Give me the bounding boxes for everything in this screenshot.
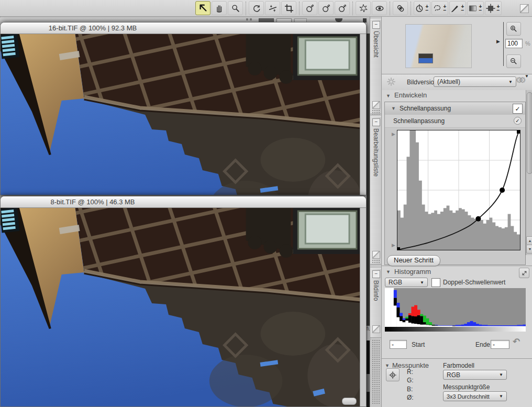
start-input[interactable] xyxy=(390,340,407,349)
start-label: Start xyxy=(412,341,425,348)
drag-handle-long[interactable] xyxy=(372,339,380,405)
navigator-viewport-rect[interactable] xyxy=(418,53,433,63)
panel-corner-icon[interactable] xyxy=(372,101,380,109)
window-scrollstrip-16bit[interactable] xyxy=(360,34,366,195)
plus-minus-adjust[interactable]: +− xyxy=(478,5,483,12)
tool-locked-check-icon[interactable]: ✓ xyxy=(514,117,522,125)
brush-tool[interactable]: +− xyxy=(449,1,466,15)
tone-curve-plot[interactable] xyxy=(397,130,520,250)
drag-handle[interactable] xyxy=(372,259,380,265)
tool-header-row[interactable]: ▼ Schnellanpassung ✓ xyxy=(385,102,525,115)
messpunkte-collapse-icon[interactable]: ▼ xyxy=(385,363,390,368)
tool-collapse-icon[interactable]: ▼ xyxy=(391,106,396,111)
select-tool[interactable] xyxy=(195,1,210,15)
zones-tool[interactable]: +− xyxy=(414,1,430,15)
plus-minus-adjust[interactable]: +− xyxy=(442,5,447,12)
sample-point-button[interactable] xyxy=(386,368,400,381)
straighten-icon xyxy=(268,4,278,13)
crop-icon xyxy=(284,4,294,13)
undo-icon[interactable]: ↶ xyxy=(513,336,520,347)
toolbar-separator xyxy=(390,2,390,15)
gear-menu-triangle-icon[interactable]: ▼ xyxy=(525,74,529,79)
redeye-tool[interactable] xyxy=(372,1,387,15)
zoom-out-button[interactable] xyxy=(506,54,521,68)
plus-minus-adjust[interactable]: +− xyxy=(496,5,501,12)
magnifier-icon xyxy=(231,4,240,13)
spot-icon xyxy=(322,4,331,13)
section-title-histogramm[interactable]: Histogramm xyxy=(394,268,431,276)
toolbar-separator xyxy=(352,2,353,15)
zoom-percent-input[interactable] xyxy=(505,39,523,48)
sidebar-tab-uebersicht[interactable]: − Übersicht xyxy=(370,19,382,114)
tool-title: Schnellanpassung xyxy=(400,105,451,112)
spot-tool-2[interactable] xyxy=(318,1,334,15)
collapse-minus-icon[interactable]: − xyxy=(372,270,380,278)
panel-corner-icon[interactable] xyxy=(372,325,380,333)
scrollbar-thumb[interactable] xyxy=(527,92,532,174)
measure-row-b: B: xyxy=(407,386,413,393)
window-titlebar-8bit[interactable]: 8-bit.TIF @ 100% | 46.3 MB xyxy=(1,196,366,208)
spot-tool-3[interactable] xyxy=(335,1,350,15)
scroll-up-button[interactable]: ▲ xyxy=(526,236,532,245)
sidebar-tab-bildinfo[interactable]: − Bildinfo xyxy=(370,268,382,338)
spot-tool-1[interactable] xyxy=(302,1,317,15)
region-tool[interactable]: +− xyxy=(431,1,448,15)
panel-scrollbar[interactable]: ▲ ▼ xyxy=(526,90,532,255)
sidebar-tab-bearbeitungsliste[interactable]: − Bearbeitungsliste xyxy=(370,116,382,265)
scroll-down-button[interactable]: ▼ xyxy=(526,245,532,254)
right-panel: ▶ % Bildversion (Aktuell) ▼ ⚙⚙ ▼ ▼ Entwi… xyxy=(381,17,532,407)
section-title-entwickeln[interactable]: Entwickeln xyxy=(394,91,427,99)
measure-row-g: G: xyxy=(407,377,414,384)
drag-handle[interactable] xyxy=(372,109,380,115)
ende-input[interactable] xyxy=(491,340,509,349)
chevron-down-icon: ▼ xyxy=(499,372,503,377)
image-window-8bit: 8-bit.TIF @ 100% | 46.3 MB xyxy=(0,196,367,407)
bildversion-value: (Aktuell) xyxy=(437,78,460,85)
pattern-tool[interactable]: +− xyxy=(485,1,502,15)
heal-tool[interactable] xyxy=(393,1,408,15)
section-collapse-icon[interactable]: ▼ xyxy=(386,93,391,98)
panel-toggle-corner-icon[interactable] xyxy=(520,4,529,13)
tool-enabled-checkbox[interactable]: ✓ xyxy=(513,104,523,114)
panel-tabstrip: − Übersicht − Bearbeitungsliste − Bildin… xyxy=(370,17,381,407)
pan-tool[interactable] xyxy=(212,1,227,15)
farbmodell-value: RGB xyxy=(447,371,460,379)
bildversion-dropdown[interactable]: (Aktuell) ▼ xyxy=(434,76,516,87)
neuer-schritt-button[interactable]: Neuer Schritt xyxy=(387,255,440,266)
rotate-tool[interactable] xyxy=(249,1,264,15)
magnifier-plus-icon xyxy=(509,25,518,33)
plus-minus-adjust[interactable]: +− xyxy=(425,5,429,12)
chevron-icon xyxy=(335,18,342,22)
plus-minus-adjust[interactable]: +− xyxy=(460,5,465,12)
zone-marker-bottom-icon[interactable]: ▶ xyxy=(392,243,395,248)
straighten-tool[interactable] xyxy=(265,1,280,15)
tool-sub-row[interactable]: Schnellanpassung ✓ xyxy=(385,115,525,128)
gear-icon[interactable]: ⚙⚙ xyxy=(516,75,523,85)
navigator-thumbnail[interactable] xyxy=(405,24,472,68)
messpunktgroesse-dropdown[interactable]: 3x3 Durchschnitt ▼ xyxy=(443,391,507,401)
collapse-minus-icon[interactable]: − xyxy=(372,118,380,126)
panel-corner-icon[interactable] xyxy=(372,251,380,259)
window-scrollstrip-8bit[interactable] xyxy=(360,208,366,406)
doppel-schwellenwert-checkbox[interactable] xyxy=(431,278,440,287)
ende-label: Ende xyxy=(475,341,490,348)
histogram-collapse-icon[interactable]: ▼ xyxy=(386,269,391,274)
zone-marker-top-icon[interactable]: ▶ xyxy=(392,131,395,137)
image-canvas-8bit[interactable] xyxy=(1,208,361,406)
horizontal-scroll-thumb[interactable] xyxy=(342,398,357,405)
histogram-resize-button[interactable] xyxy=(519,268,529,278)
gradient-tool[interactable]: +− xyxy=(467,1,484,15)
histogram-channel-dropdown[interactable]: RGB ▼ xyxy=(385,278,428,287)
image-canvas-16bit[interactable] xyxy=(1,34,361,195)
zoom-in-button[interactable] xyxy=(506,22,521,36)
zoom-tool[interactable] xyxy=(228,1,243,15)
star-tool[interactable] xyxy=(356,1,371,15)
arrow-cursor-icon xyxy=(198,4,208,13)
measure-row-avg: Ø: xyxy=(407,394,414,401)
window-body-8bit xyxy=(1,208,366,406)
window-titlebar-16bit[interactable]: 16-bit.TIF @ 100% | 92.3 MB xyxy=(1,23,366,34)
collapse-minus-icon[interactable]: − xyxy=(372,21,380,29)
crop-tool[interactable] xyxy=(281,1,296,15)
tool-sub-title: Schnellanpassung xyxy=(393,117,445,125)
farbmodell-dropdown[interactable]: RGB ▼ xyxy=(443,370,507,380)
